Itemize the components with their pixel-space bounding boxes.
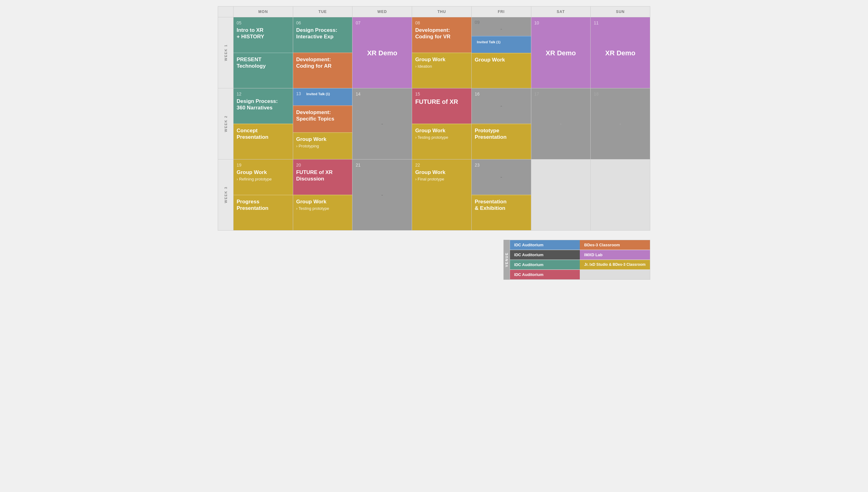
week1-fri: 09 - Invited Talk (1) Group Work bbox=[472, 17, 531, 89]
week1-mon: 05 Intro to XR+ HISTORY PRESENTTechnolog… bbox=[233, 17, 293, 89]
legend-idc-teal: IDC Auditorium bbox=[510, 260, 580, 270]
legend-bdes: BDes-3 Classroom bbox=[580, 240, 650, 250]
week1-label: WEEK 1 bbox=[218, 17, 233, 89]
event-intro-xr: 05 Intro to XR+ HISTORY bbox=[233, 17, 293, 52]
week3-mon: 19 Group Work Refining prototype Progres… bbox=[233, 159, 293, 230]
event-concept-pres: ConceptPresentation bbox=[233, 124, 293, 159]
event-dev-coding-vr: 08 Development:Coding for VR bbox=[412, 17, 471, 52]
header-tue: TUE bbox=[293, 6, 353, 17]
event-xr-demo-wed1: 07 XR Demo bbox=[353, 17, 412, 88]
week3-label: WEEK 3 bbox=[218, 159, 233, 230]
header-thu: THU bbox=[412, 6, 472, 17]
event-prototype-pres: PrototypePresentation bbox=[472, 124, 531, 159]
week2-sun: 18 - bbox=[591, 89, 650, 159]
event-xr-demo-sat1: 10 XR Demo bbox=[531, 17, 591, 88]
event-gw-fri1: Group Work bbox=[472, 53, 531, 88]
legend-table: IDC Auditorium BDes-3 Classroom IDC Audi… bbox=[510, 240, 650, 280]
header-sat: SAT bbox=[531, 6, 591, 17]
event-future-xr-disc: 20 FUTURE of XRDiscussion bbox=[293, 159, 353, 195]
week3-wed: 21 - bbox=[353, 159, 412, 230]
week3-sat bbox=[531, 159, 591, 230]
event-invited-talk-fri1: Invited Talk (1) bbox=[472, 36, 531, 53]
week1-sat: 10 XR Demo bbox=[531, 17, 591, 89]
event-future-xr-thu2: 15 FUTURE of XR bbox=[412, 89, 471, 124]
week1-wed: 07 XR Demo bbox=[353, 17, 412, 89]
event-fri1-dash: 09 - bbox=[472, 17, 531, 36]
week1-tue: 06 Design Process:Interactive Exp Develo… bbox=[293, 17, 353, 89]
event-xr-demo-sun1: 11 XR Demo bbox=[591, 17, 650, 88]
legend-idc-red: IDC Auditorium bbox=[510, 270, 580, 279]
legend: VENUE IDC Auditorium BDes-3 Classroom ID… bbox=[218, 240, 650, 280]
legend-empty bbox=[580, 270, 650, 279]
legend-row-1: IDC Auditorium BDes-3 Classroom bbox=[510, 240, 650, 250]
event-design-360: 12 Design Process:360 Narratives bbox=[233, 89, 293, 124]
week3-fri: 23 - Presentation& Exhibition bbox=[472, 159, 531, 230]
event-dev-specific: Development:Specific Topics bbox=[293, 105, 353, 132]
event-fri3-dash: 23 - bbox=[472, 159, 531, 195]
week2-thu: 15 FUTURE of XR Group Work Testing proto… bbox=[412, 89, 472, 159]
event-sun2-dash: 18 - bbox=[591, 89, 650, 159]
legend-imxd: IMXD Lab bbox=[580, 250, 650, 260]
header-sun: SUN bbox=[591, 6, 650, 17]
event-invited-talk-tue2: 13 Invited Talk (1) bbox=[293, 89, 353, 105]
legend-row-3: IDC Auditorium Jr. IxD Studio & BDes-3 C… bbox=[510, 260, 650, 270]
week2-label: WEEK 2 bbox=[218, 89, 233, 159]
event-sat2-dash: 17 - bbox=[531, 89, 591, 159]
event-dev-coding-ar: Development:Coding for AR bbox=[293, 52, 353, 89]
calendar-grid: MON TUE WED THU FRI SAT SUN WEEK 1 05 In… bbox=[218, 6, 650, 230]
event-gw-ideation: Group Work Ideation bbox=[412, 52, 471, 89]
week2-wed: 14 - bbox=[353, 89, 412, 159]
week2-mon: 12 Design Process:360 Narratives Concept… bbox=[233, 89, 293, 159]
week3-sun bbox=[591, 159, 650, 230]
corner-cell bbox=[218, 6, 233, 17]
event-gw-testing-tue3: Group Work Testing prototype bbox=[293, 195, 353, 230]
week3-thu: 22 Group Work Final prototype bbox=[412, 159, 472, 230]
event-design-process-ie: 06 Design Process:Interactive Exp bbox=[293, 17, 353, 52]
legend-idc-dark: IDC Auditorium bbox=[510, 250, 580, 260]
event-gw-refining: 19 Group Work Refining prototype bbox=[233, 159, 293, 195]
week1-sun: 11 XR Demo bbox=[591, 17, 650, 89]
header-mon: MON bbox=[233, 6, 293, 17]
week2-sat: 17 - bbox=[531, 89, 591, 159]
legend-row-2: IDC Auditorium IMXD Lab bbox=[510, 250, 650, 260]
week3-tue: 20 FUTURE of XRDiscussion Group Work Tes… bbox=[293, 159, 353, 230]
event-gw-prototyping: Group Work Prototyping bbox=[293, 132, 353, 159]
event-gw-testing-thu2: Group Work Testing prototype bbox=[412, 124, 471, 159]
header-fri: FRI bbox=[472, 6, 531, 17]
event-wed3-dash: 21 - bbox=[353, 159, 412, 230]
event-progress-pres: ProgressPresentation bbox=[233, 195, 293, 230]
legend-wrapper: VENUE IDC Auditorium BDes-3 Classroom ID… bbox=[504, 240, 650, 280]
week1-thu: 08 Development:Coding for VR Group Work … bbox=[412, 17, 472, 89]
event-fri2-dash: 16 - bbox=[472, 89, 531, 124]
calendar-container: MON TUE WED THU FRI SAT SUN WEEK 1 05 In… bbox=[218, 6, 650, 280]
week2-fri: 16 - PrototypePresentation bbox=[472, 89, 531, 159]
legend-idc-blue: IDC Auditorium bbox=[510, 240, 580, 250]
event-wed2-dash: 14 - bbox=[353, 89, 412, 159]
legend-jr-ixd: Jr. IxD Studio & BDes-3 Classroom bbox=[580, 260, 650, 270]
event-gw-final: 22 Group Work Final prototype bbox=[412, 159, 471, 230]
legend-row-4: IDC Auditorium bbox=[510, 270, 650, 279]
event-present-tech: PRESENTTechnology bbox=[233, 52, 293, 89]
venue-label: VENUE bbox=[504, 240, 510, 280]
week2-tue: 13 Invited Talk (1) Development:Specific… bbox=[293, 89, 353, 159]
event-pres-exhibition: Presentation& Exhibition bbox=[472, 195, 531, 230]
header-wed: WED bbox=[353, 6, 412, 17]
